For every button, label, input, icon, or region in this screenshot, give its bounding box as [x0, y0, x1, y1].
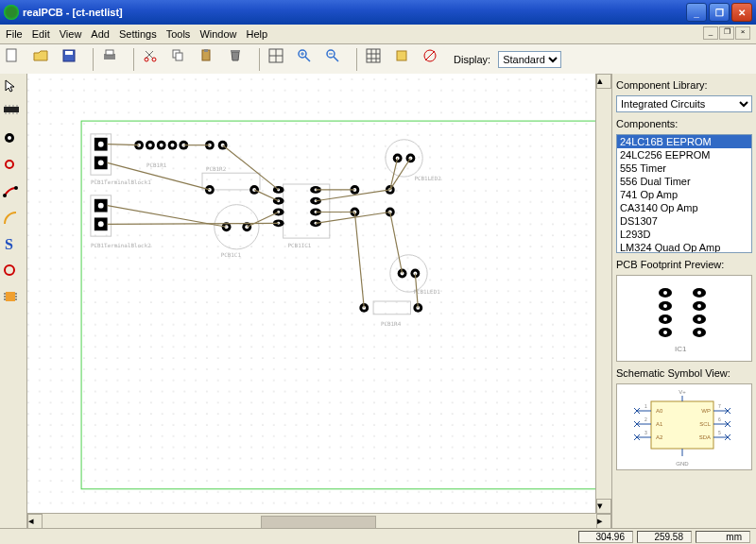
- mdi-minimize[interactable]: _: [703, 26, 718, 40]
- svg-rect-22: [367, 49, 380, 62]
- new-button[interactable]: [4, 47, 28, 72]
- svg-line-29: [425, 51, 435, 60]
- design-canvas[interactable]: PCB1TerminalBlock1 PCB1TerminalBlock2: [27, 74, 611, 76]
- svg-rect-4: [106, 50, 113, 55]
- grid-button[interactable]: [365, 47, 389, 72]
- zoom-out-button[interactable]: [324, 47, 349, 72]
- cut-button[interactable]: [142, 47, 166, 72]
- tool-palette: S: [0, 74, 27, 76]
- vertical-scrollbar[interactable]: ▴ ▾: [595, 74, 611, 76]
- titlebar: realPCB - [ct-netlist] _ ❐ ✕: [0, 0, 756, 25]
- zoom-in-button[interactable]: [296, 47, 320, 72]
- display-label: Display:: [454, 54, 490, 65]
- side-panel: Component Library: Integrated Circuits C…: [611, 74, 756, 76]
- save-button[interactable]: [60, 47, 85, 72]
- snap-button[interactable]: [393, 47, 418, 72]
- app-icon: [4, 5, 19, 20]
- maximize-button[interactable]: ❐: [709, 3, 730, 22]
- menu-add[interactable]: Add: [91, 28, 110, 40]
- svg-rect-27: [397, 51, 406, 60]
- menu-help[interactable]: Help: [247, 28, 268, 40]
- print-button[interactable]: [101, 47, 126, 72]
- svg-line-16: [305, 57, 310, 61]
- close-button[interactable]: ✕: [731, 3, 752, 22]
- svg-rect-0: [7, 49, 16, 61]
- window-title: realPCB - [ct-netlist]: [23, 7, 686, 18]
- svg-rect-2: [65, 51, 73, 55]
- menu-edit[interactable]: Edit: [32, 28, 50, 40]
- menu-tools[interactable]: Tools: [166, 28, 191, 40]
- mdi-restore[interactable]: ❐: [719, 26, 734, 40]
- svg-line-20: [334, 57, 338, 61]
- svg-rect-11: [231, 50, 240, 52]
- menu-view[interactable]: View: [60, 28, 82, 40]
- delete-button[interactable]: [227, 47, 251, 72]
- main-toolbar: Display: Standard: [0, 44, 756, 76]
- svg-rect-10: [204, 49, 208, 52]
- mdi-close[interactable]: ×: [735, 26, 750, 40]
- menu-window[interactable]: Window: [199, 28, 236, 40]
- menu-settings[interactable]: Settings: [119, 28, 157, 40]
- open-button[interactable]: [32, 47, 57, 72]
- svg-rect-8: [176, 53, 182, 60]
- zoom-fit-button[interactable]: [267, 47, 292, 72]
- copy-button[interactable]: [170, 47, 195, 72]
- menu-file[interactable]: File: [6, 28, 23, 40]
- paste-button[interactable]: [198, 47, 223, 72]
- display-select[interactable]: Standard: [498, 51, 561, 68]
- menu-bar: File Edit View Add Settings Tools Window…: [0, 25, 756, 44]
- drc-button[interactable]: [421, 47, 446, 72]
- svg-point-6: [152, 58, 156, 61]
- minimize-button[interactable]: _: [686, 3, 707, 22]
